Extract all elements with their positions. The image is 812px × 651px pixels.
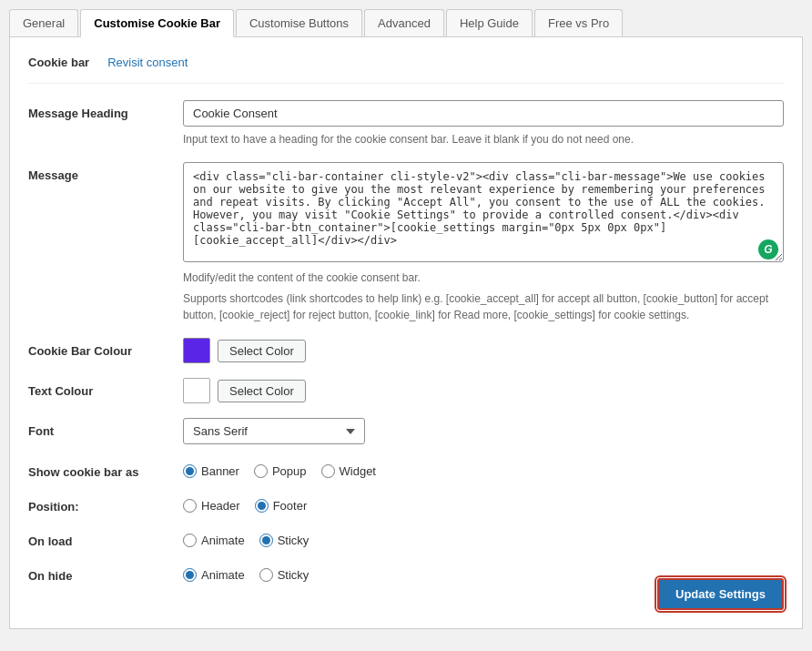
message-hint1: Modify/edit the content of the cookie co…: [183, 270, 784, 286]
show-cookie-bar-banner[interactable]: Banner: [183, 464, 239, 478]
show-cookie-bar-popup-label: Popup: [272, 464, 307, 478]
cookie-bar-colour-btn[interactable]: Select Color: [218, 340, 306, 362]
cookie-bar-colour-label: Cookie Bar Colour: [28, 338, 165, 358]
message-heading-control: Input text to have a heading for the coo…: [183, 100, 784, 147]
tab-advanced[interactable]: Advanced: [364, 9, 444, 36]
tab-free-vs-pro[interactable]: Free vs Pro: [534, 9, 623, 36]
message-hint2: Supports shortcodes (link shortcodes to …: [183, 290, 784, 323]
position-header-radio[interactable]: [183, 499, 197, 513]
position-control: Header Footer: [183, 493, 784, 513]
show-cookie-bar-popup[interactable]: Popup: [254, 464, 307, 478]
show-cookie-bar-banner-radio[interactable]: [183, 464, 197, 478]
position-footer[interactable]: Footer: [255, 499, 308, 513]
revisit-consent-link[interactable]: Revisit consent: [107, 56, 188, 69]
show-cookie-bar-widget-label: Widget: [340, 464, 376, 478]
message-control: G Modify/edit the content of the cookie …: [183, 162, 784, 323]
tab-customise-cookie-bar[interactable]: Customise Cookie Bar: [80, 9, 234, 37]
on-hide-animate-radio[interactable]: [183, 568, 197, 582]
show-cookie-bar-popup-radio[interactable]: [254, 464, 268, 478]
show-cookie-bar-as-control: Banner Popup Widget: [183, 459, 784, 478]
position-row: Position: Header Footer: [28, 493, 784, 514]
update-settings-button[interactable]: Update Settings: [657, 578, 784, 610]
show-cookie-bar-banner-label: Banner: [201, 464, 239, 478]
on-load-group: Animate Sticky: [183, 528, 784, 547]
cookie-bar-colour-row: Cookie Bar Colour Select Color: [28, 338, 784, 363]
on-load-row: On load Animate Sticky: [28, 528, 784, 548]
text-colour-btn[interactable]: Select Color: [218, 380, 306, 402]
on-hide-label: On hide: [28, 563, 165, 583]
tab-help-guide[interactable]: Help Guide: [446, 9, 533, 36]
show-cookie-bar-as-group: Banner Popup Widget: [183, 459, 784, 478]
tabs-bar: General Customise Cookie Bar Customise B…: [9, 9, 803, 37]
font-select[interactable]: Sans Serif Serif Monospace Arial Georgia…: [183, 418, 365, 444]
on-hide-animate-label: Animate: [201, 568, 245, 582]
message-heading-input[interactable]: [183, 100, 784, 127]
font-label: Font: [28, 418, 165, 438]
message-heading-hint: Input text to have a heading for the coo…: [183, 131, 784, 147]
cookie-bar-colour-swatch[interactable]: [183, 338, 210, 363]
message-textarea[interactable]: [183, 162, 784, 262]
position-footer-radio[interactable]: [255, 499, 269, 513]
cookie-bar-colour-control: Select Color: [183, 338, 784, 363]
on-hide-sticky-radio[interactable]: [259, 568, 273, 582]
position-header-label: Header: [201, 499, 240, 513]
on-hide-sticky-label: Sticky: [278, 568, 310, 582]
message-label: Message: [28, 162, 165, 182]
font-control: Sans Serif Serif Monospace Arial Georgia…: [183, 418, 784, 444]
text-colour-label: Text Colour: [28, 378, 165, 398]
on-load-sticky-label: Sticky: [278, 534, 310, 547]
on-load-sticky[interactable]: Sticky: [259, 534, 310, 547]
show-cookie-bar-widget[interactable]: Widget: [321, 464, 376, 478]
text-colour-swatch[interactable]: [183, 378, 210, 403]
show-cookie-bar-widget-radio[interactable]: [321, 464, 335, 478]
on-load-label: On load: [28, 528, 165, 548]
on-load-animate-label: Animate: [201, 534, 245, 547]
font-row: Font Sans Serif Serif Monospace Arial Ge…: [28, 418, 784, 444]
grammarly-icon: G: [758, 239, 778, 259]
on-load-control: Animate Sticky: [183, 528, 784, 547]
message-heading-label: Message Heading: [28, 100, 165, 120]
tab-general[interactable]: General: [9, 9, 78, 36]
on-load-animate-radio[interactable]: [183, 534, 197, 547]
text-colour-row: Text Colour Select Color: [28, 378, 784, 403]
show-cookie-bar-as-row: Show cookie bar as Banner Popup Widget: [28, 459, 784, 479]
on-hide-sticky[interactable]: Sticky: [259, 568, 310, 582]
cookie-bar-title: Cookie bar: [28, 56, 89, 69]
cookie-bar-colour-picker: Select Color: [183, 338, 784, 363]
page-wrapper: General Customise Cookie Bar Customise B…: [0, 0, 812, 651]
textarea-wrapper: G: [183, 162, 784, 265]
on-load-animate[interactable]: Animate: [183, 534, 245, 547]
tab-customise-buttons[interactable]: Customise Buttons: [236, 9, 362, 36]
content-area: Cookie bar Revisit consent Message Headi…: [9, 37, 803, 629]
show-cookie-bar-as-label: Show cookie bar as: [28, 459, 165, 479]
on-load-sticky-radio[interactable]: [259, 534, 273, 547]
text-colour-control: Select Color: [183, 378, 784, 403]
sub-header: Cookie bar Revisit consent: [28, 56, 784, 84]
position-footer-label: Footer: [273, 499, 308, 513]
on-hide-animate[interactable]: Animate: [183, 568, 245, 582]
position-label: Position:: [28, 493, 165, 514]
text-colour-picker: Select Color: [183, 378, 784, 403]
message-heading-row: Message Heading Input text to have a hea…: [28, 100, 784, 147]
message-row: Message G Modify/edit the content of the…: [28, 162, 784, 323]
position-header[interactable]: Header: [183, 499, 240, 513]
position-group: Header Footer: [183, 493, 784, 513]
